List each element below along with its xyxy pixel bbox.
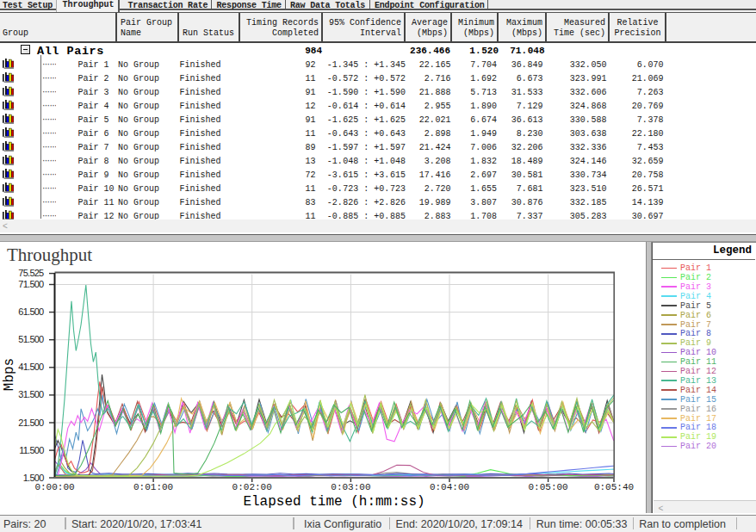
- svg-text:1.500: 1.500: [23, 473, 44, 483]
- svg-text:71.500: 71.500: [18, 279, 44, 289]
- svg-text:61.500: 61.500: [18, 306, 44, 317]
- svg-text:0:05:00: 0:05:00: [528, 482, 567, 492]
- svg-text:0:01:00: 0:01:00: [133, 482, 173, 492]
- svg-text:Elapsed time (h:mm:ss): Elapsed time (h:mm:ss): [243, 494, 424, 510]
- svg-text:51.500: 51.500: [18, 334, 44, 344]
- svg-text:21.500: 21.500: [18, 418, 44, 428]
- svg-text:0:04:00: 0:04:00: [430, 482, 469, 492]
- svg-text:31.500: 31.500: [18, 389, 44, 399]
- svg-text:11.500: 11.500: [19, 445, 44, 455]
- svg-text:0:03:00: 0:03:00: [331, 482, 370, 492]
- svg-text:0:02:00: 0:02:00: [232, 482, 272, 492]
- svg-text:Mbps: Mbps: [2, 358, 17, 391]
- svg-text:41.500: 41.500: [18, 362, 44, 372]
- svg-text:0:00:00: 0:00:00: [34, 482, 74, 492]
- svg-text:75.525: 75.525: [18, 268, 44, 278]
- svg-text:0:05:40: 0:05:40: [594, 482, 634, 492]
